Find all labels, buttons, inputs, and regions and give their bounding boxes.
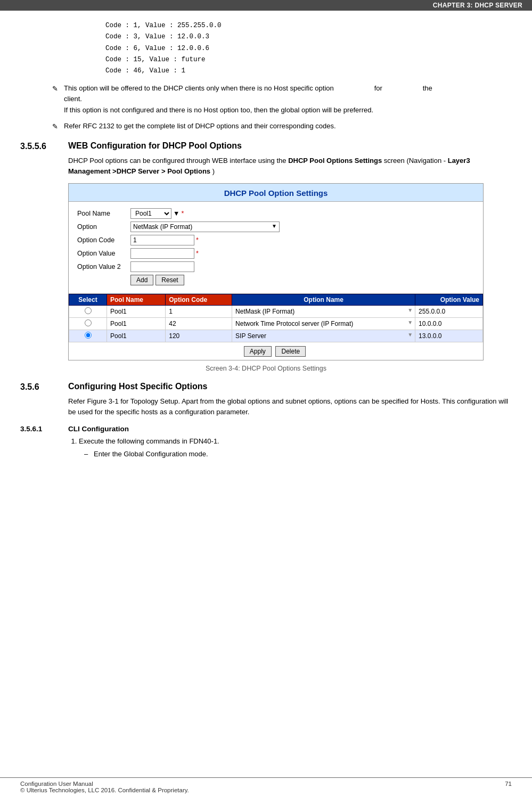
dhcp-screenshot-title: DHCP Pool Option Settings [69,184,483,202]
row1-option-name: NetMask (IP Format) ▼ [232,306,415,318]
section-3556-title: WEB Configuration for DHCP Pool Options [68,141,242,151]
section-3556-body: DHCP Pool options can be configured thro… [68,155,512,177]
option-label: Option [77,223,130,231]
row3-option-name: SIP Server ▼ [232,330,415,342]
code-line-5: Code : 46, Value : 1 [105,65,512,77]
row1-pool-name: Pool1 [107,306,166,318]
note-1-text: This option will be offered to the DHCP … [64,84,471,113]
code-line-1: Code : 1, Value : 255.255.0.0 [105,20,512,31]
th-option-name: Option Name [232,294,415,306]
option-value2-row: Option Value 2 [77,261,474,272]
option-value-required: * [196,250,199,257]
section-356-body: Refer Figure 3-1 for Topology Setup. Apa… [68,396,512,417]
row1-select[interactable] [69,306,107,318]
row2-dropdown-arrow: ▼ [407,319,413,325]
row1-dropdown-arrow: ▼ [407,307,413,313]
option-row: Option NetMask (IP Format) ▼ [77,221,474,232]
th-pool-name: Pool Name [107,294,166,306]
page-footer: Configuration User Manual © Ulterius Tec… [0,777,532,796]
row3-radio[interactable] [85,332,92,339]
action-bar: Apply Delete [69,342,483,360]
row1-radio[interactable] [85,307,92,314]
section-3561-body: Execute the following commands in FDN40-… [68,436,512,459]
option-value-row: Option Value * [77,248,474,259]
option-value-label: Option Value [77,250,130,257]
table-row: Pool1 120 SIP Server ▼ 13.0.0.0 [69,330,483,342]
th-option-value: Option Value [415,294,483,306]
option-code-required: * [196,236,199,244]
step-1-text: Execute the following commands in FDN40-… [79,437,219,445]
note-1: ✎ This option will be offered to the DHC… [52,83,480,115]
row1-option-value: 255.0.0.0 [415,306,483,318]
pool-name-label: Pool Name [77,210,130,217]
option-value2-input[interactable] [130,261,194,272]
option-code-label: Option Code [77,236,130,244]
apply-button[interactable]: Apply [244,346,272,357]
section-3561-heading: 3.5.6.1 CLI Configuration [20,425,512,433]
pool-name-dropdown-arrow: ▼ [173,210,179,217]
code-line-2: Code : 3, Value : 12.0.0.3 [105,31,512,43]
add-button[interactable]: Add [130,275,153,285]
code-line-4: Code : 15, Value : future [105,54,512,65]
delete-button[interactable]: Delete [275,346,306,357]
section-356-heading: 3.5.6 Configuring Host Specific Options [20,382,512,392]
option-value: NetMask (IP Format) [133,223,192,231]
note-2-text: Refer RFC 2132 to get the complete list … [64,122,336,130]
option-code-row: Option Code * [77,235,474,245]
section-3556-body-bold1: DHCP Pool Options Settings [288,157,382,165]
sub-steps-list: Enter the Global Configuration mode. [84,449,512,459]
pool-name-required: * [181,210,184,217]
row2-option-name: Network Time Protocol server (IP Format)… [232,318,415,330]
footer-copyright-line2: © Ulterius Technologies, LLC 2016. Confi… [20,787,189,793]
section-3561-title: CLI Configuration [68,425,129,433]
note-2: ✎ Refer RFC 2132 to get the complete lis… [52,121,480,132]
table-row: Pool1 1 NetMask (IP Format) ▼ 255.0.0.0 [69,306,483,318]
section-3556-body-text3: ) [212,167,215,175]
footer-left: Configuration User Manual © Ulterius Tec… [20,781,189,793]
option-value2-label: Option Value 2 [77,263,130,270]
row1-option-code: 1 [166,306,232,318]
dhcp-form: Pool Name Pool1 ▼ * Option NetMask (IP F… [69,202,483,294]
note-icon-2: ✎ [52,121,58,132]
section-356-title: Configuring Host Specific Options [68,382,207,391]
row3-select[interactable] [69,330,107,342]
dhcp-table-wrapper: Select Pool Name Option Code Option Name… [69,294,483,342]
chapter-title: CHAPTER 3: DHCP SERVER [433,2,522,9]
section-356-num: 3.5.6 [20,382,68,392]
chapter-header: CHAPTER 3: DHCP SERVER [0,0,532,11]
list-item: Enter the Global Configuration mode. [84,449,512,459]
option-value-input[interactable] [130,248,194,259]
section-3556-heading: 3.5.5.6 WEB Configuration for DHCP Pool … [20,141,512,151]
row3-dropdown-arrow: ▼ [407,332,413,338]
table-row: Pool1 42 Network Time Protocol server (I… [69,318,483,330]
row2-select[interactable] [69,318,107,330]
cli-steps-list: Execute the following commands in FDN40-… [79,436,512,459]
th-option-code: Option Code [166,294,232,306]
th-select: Select [69,294,107,306]
option-code-input[interactable] [130,235,194,245]
option-dropdown-arrow: ▼ [272,223,277,229]
row3-option-code: 120 [166,330,232,342]
row2-pool-name: Pool1 [107,318,166,330]
screen-caption: Screen 3-4: DHCP Pool Options Settings [20,365,512,372]
section-3561-num: 3.5.6.1 [20,425,68,433]
reset-button[interactable]: Reset [155,275,184,285]
list-item: Execute the following commands in FDN40-… [79,436,512,459]
section-356-body-text: Refer Figure 3-1 for Topology Setup. Apa… [68,397,508,416]
code-block: Code : 1, Value : 255.255.0.0 Code : 3, … [105,20,512,77]
row2-option-value: 10.0.0.0 [415,318,483,330]
form-buttons-row: Add Reset [130,275,474,285]
section-3556-num: 3.5.5.6 [20,141,68,151]
section-3556-body-text2: screen (Navigation - [384,157,448,165]
dhcp-screenshot: DHCP Pool Option Settings Pool Name Pool… [68,183,484,360]
note-icon-1: ✎ [52,84,58,94]
pool-name-select[interactable]: Pool1 [130,208,171,219]
footer-copyright-line1: Configuration User Manual [20,781,189,787]
pool-name-row: Pool Name Pool1 ▼ * [77,208,474,219]
row3-pool-name: Pool1 [107,330,166,342]
footer-page-number: 71 [505,781,512,793]
dhcp-options-table: Select Pool Name Option Code Option Name… [69,294,483,342]
row2-radio[interactable] [85,319,92,326]
row3-option-value: 13.0.0.0 [415,330,483,342]
code-line-3: Code : 6, Value : 12.0.0.6 [105,43,512,54]
